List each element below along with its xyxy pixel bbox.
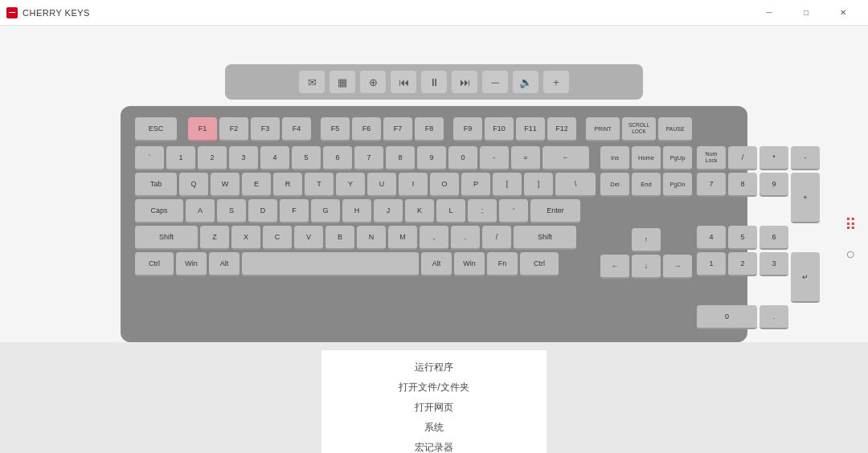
- key-3[interactable]: 3: [229, 146, 258, 170]
- media-volup-button[interactable]: +: [543, 71, 569, 93]
- media-prev-button[interactable]: ⏮: [391, 71, 416, 93]
- key-right-shift[interactable]: Shift: [514, 226, 576, 250]
- key-r[interactable]: R: [273, 173, 302, 197]
- key-end[interactable]: End: [632, 173, 661, 197]
- key-num-dot[interactable]: .: [760, 305, 788, 329]
- key-quote[interactable]: ': [499, 199, 528, 223]
- key-x[interactable]: X: [231, 226, 260, 250]
- key-num-8[interactable]: 8: [728, 173, 757, 197]
- key-f[interactable]: F: [280, 199, 309, 223]
- key-rbracket[interactable]: ]: [524, 173, 553, 197]
- key-right-alt[interactable]: Alt: [421, 252, 452, 276]
- key-num-9[interactable]: 9: [760, 173, 788, 197]
- key-pause[interactable]: PAUSE: [658, 117, 692, 141]
- key-6[interactable]: 6: [323, 146, 352, 170]
- key-scroll-lock[interactable]: SCROLLLOCK: [622, 117, 656, 141]
- media-voldown-button[interactable]: 🔈: [513, 71, 538, 93]
- key-f7[interactable]: F7: [383, 117, 412, 141]
- key-f5[interactable]: F5: [321, 117, 350, 141]
- key-num-0[interactable]: 0: [697, 305, 757, 329]
- key-z[interactable]: Z: [200, 226, 229, 250]
- key-page-up[interactable]: PgUp: [663, 146, 692, 170]
- key-num-6[interactable]: 6: [760, 226, 788, 250]
- media-email-button[interactable]: ✉: [299, 71, 325, 93]
- key-f9[interactable]: F9: [453, 117, 482, 141]
- key-m[interactable]: M: [388, 226, 417, 250]
- key-right-ctrl[interactable]: Ctrl: [520, 252, 559, 276]
- key-delete[interactable]: Del: [600, 173, 629, 197]
- key-left-ctrl[interactable]: Ctrl: [135, 252, 174, 276]
- key-k[interactable]: K: [405, 199, 434, 223]
- mouse-view-icon[interactable]: ○: [839, 243, 862, 265]
- key-equals[interactable]: =: [511, 146, 540, 170]
- key-p[interactable]: P: [461, 173, 490, 197]
- media-mute-button[interactable]: ─: [482, 71, 508, 93]
- key-f3[interactable]: F3: [251, 117, 280, 141]
- key-enter[interactable]: Enter: [530, 199, 580, 223]
- key-t[interactable]: T: [305, 173, 334, 197]
- key-b[interactable]: B: [326, 226, 354, 250]
- key-f10[interactable]: F10: [485, 117, 514, 141]
- key-backspace[interactable]: ←: [542, 146, 589, 170]
- key-slash[interactable]: /: [482, 226, 511, 250]
- minimize-button[interactable]: ─: [751, 0, 788, 26]
- key-num-plus[interactable]: +: [791, 173, 820, 223]
- key-j[interactable]: J: [374, 199, 403, 223]
- key-0[interactable]: 0: [448, 146, 477, 170]
- key-5[interactable]: 5: [292, 146, 321, 170]
- key-num-1[interactable]: 1: [697, 252, 726, 276]
- key-f1[interactable]: F1: [188, 117, 217, 141]
- menu-item-open-file[interactable]: 打开文件/文件夹: [321, 378, 547, 397]
- key-o[interactable]: O: [430, 173, 459, 197]
- key-w[interactable]: W: [211, 173, 240, 197]
- key-q[interactable]: Q: [179, 173, 208, 197]
- menu-item-system[interactable]: 系统: [321, 418, 547, 437]
- media-next-button[interactable]: ⏭: [452, 71, 477, 93]
- key-f8[interactable]: F8: [415, 117, 444, 141]
- menu-item-run[interactable]: 运行程序: [321, 358, 547, 377]
- key-num-4[interactable]: 4: [697, 226, 726, 250]
- menu-item-open-web[interactable]: 打开网页: [321, 398, 547, 417]
- key-2[interactable]: 2: [198, 146, 227, 170]
- media-play-button[interactable]: ⏸: [421, 71, 447, 93]
- maximize-button[interactable]: □: [788, 0, 825, 26]
- key-7[interactable]: 7: [354, 146, 383, 170]
- key-left-shift[interactable]: Shift: [135, 226, 198, 250]
- key-f6[interactable]: F6: [352, 117, 381, 141]
- key-semicolon[interactable]: ;: [468, 199, 497, 223]
- key-left[interactable]: ←: [600, 255, 629, 279]
- key-backtick[interactable]: `: [135, 146, 164, 170]
- key-f2[interactable]: F2: [219, 117, 248, 141]
- key-esc[interactable]: ESC: [135, 117, 177, 141]
- key-insert[interactable]: Ins: [600, 146, 629, 170]
- key-h[interactable]: H: [342, 199, 371, 223]
- key-s[interactable]: S: [217, 199, 246, 223]
- key-fn[interactable]: Fn: [487, 252, 518, 276]
- key-g[interactable]: G: [311, 199, 340, 223]
- key-num-div[interactable]: /: [728, 146, 757, 170]
- key-v[interactable]: V: [294, 226, 323, 250]
- key-right[interactable]: →: [663, 255, 692, 279]
- key-num-enter[interactable]: ↵: [791, 252, 820, 303]
- key-num-5[interactable]: 5: [728, 226, 757, 250]
- key-page-down[interactable]: PgDn: [663, 173, 692, 197]
- key-num-minus[interactable]: -: [791, 146, 820, 170]
- close-button[interactable]: ✕: [825, 0, 862, 26]
- key-d[interactable]: D: [248, 199, 277, 223]
- key-lbracket[interactable]: [: [493, 173, 522, 197]
- key-f11[interactable]: F11: [516, 117, 545, 141]
- key-f12[interactable]: F12: [547, 117, 576, 141]
- menu-item-macro[interactable]: 宏记录器: [321, 439, 547, 453]
- key-num-7[interactable]: 7: [697, 173, 726, 197]
- key-space[interactable]: [242, 252, 419, 276]
- key-9[interactable]: 9: [417, 146, 446, 170]
- key-c[interactable]: C: [263, 226, 292, 250]
- key-num-3[interactable]: 3: [760, 252, 788, 276]
- key-a[interactable]: A: [186, 199, 215, 223]
- key-right-win[interactable]: Win: [454, 252, 485, 276]
- key-u[interactable]: U: [367, 173, 396, 197]
- keyboard-view-icon[interactable]: ⠿: [839, 214, 862, 236]
- key-minus[interactable]: -: [480, 146, 509, 170]
- key-4[interactable]: 4: [260, 146, 289, 170]
- key-e[interactable]: E: [242, 173, 271, 197]
